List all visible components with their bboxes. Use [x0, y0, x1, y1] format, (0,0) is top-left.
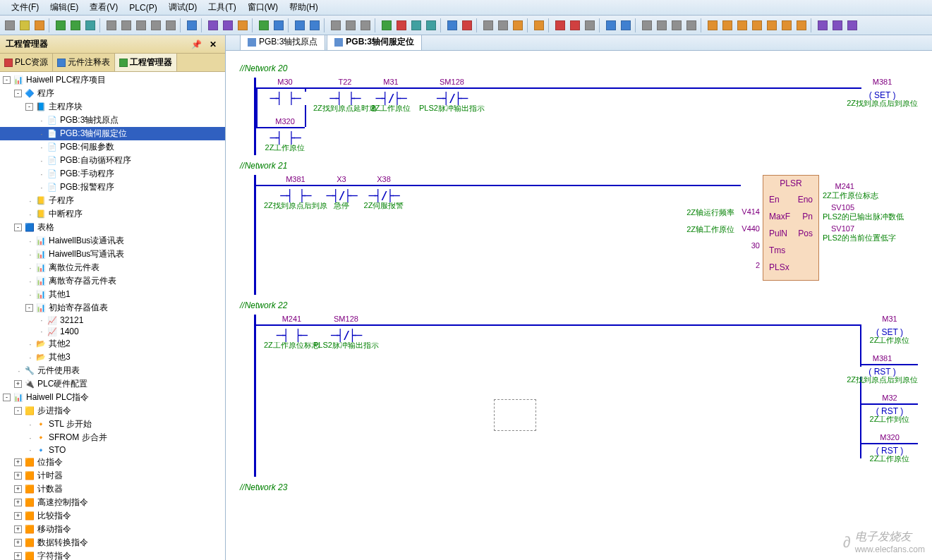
ladder-editor[interactable]: //Network 20 M30 ─┤ ├─ T22 ─┤ ├─ 2Z找到原点延… — [226, 51, 932, 560]
tool-m5-icon[interactable] — [765, 18, 779, 32]
tool-cut-icon[interactable] — [329, 18, 343, 32]
tool-doc1-icon[interactable] — [104, 18, 119, 32]
tool-undo-icon[interactable] — [293, 18, 307, 32]
tool-m1-icon[interactable] — [706, 18, 720, 32]
tool-new-icon[interactable] — [3, 18, 17, 32]
tool-close-icon[interactable] — [32, 18, 47, 32]
tree-node[interactable]: ·📊离散位元件表 — [0, 261, 225, 274]
tool-m6-icon[interactable] — [780, 18, 794, 32]
tool-monitor-icon[interactable] — [409, 18, 423, 32]
tree-node[interactable]: ·📈32121 — [0, 315, 225, 326]
tree-toggle-icon[interactable]: + — [14, 499, 22, 506]
tool-doc2-icon[interactable] — [119, 18, 133, 32]
tool-coil-icon[interactable] — [496, 18, 510, 32]
tree-node[interactable]: +🟧高速控制指令 — [0, 496, 225, 509]
tree-node[interactable]: ·🔸STL 步开始 — [0, 418, 225, 431]
tool-l3-icon[interactable] — [670, 18, 684, 32]
tool-h1-icon[interactable] — [816, 18, 830, 32]
tool-m4-icon[interactable] — [750, 18, 764, 32]
tree-node[interactable]: ·📄PGB:报警程序 — [0, 181, 225, 194]
tree-node[interactable]: +🟧字符指令 — [0, 549, 225, 560]
tree-toggle-icon[interactable]: + — [14, 458, 22, 466]
panel-pin-icon[interactable]: 📌 — [188, 39, 205, 49]
rung-20[interactable]: M30 ─┤ ├─ T22 ─┤ ├─ 2Z找到原点延时通 M31 ─┤/├─ … — [254, 78, 932, 155]
project-tree[interactable]: -📊Haiwell PLC程序项目-🔷程序-📘主程序块·📄PGB:3轴找原点·📄… — [0, 72, 225, 560]
tool-l2-icon[interactable] — [655, 18, 669, 32]
tool-sto-icon[interactable] — [619, 18, 633, 32]
tree-node[interactable]: +🟧移动指令 — [0, 523, 225, 536]
tree-node[interactable]: ·📊HaiwellBus写通讯表 — [0, 248, 225, 261]
tool-config-icon[interactable] — [236, 18, 250, 32]
menu-edit[interactable]: 编辑(E) — [44, 0, 84, 15]
tool-l1-icon[interactable] — [640, 18, 654, 32]
tree-node[interactable]: -🟦表格 — [0, 221, 225, 234]
tool-saveall-icon[interactable] — [68, 18, 83, 32]
menu-debug[interactable]: 调试(D) — [163, 0, 203, 15]
menu-tools[interactable]: 工具(T) — [202, 0, 241, 15]
tree-toggle-icon[interactable]: - — [14, 90, 22, 97]
tree-node[interactable]: -📘主程序块 — [0, 100, 225, 114]
tree-toggle-icon[interactable]: + — [14, 525, 22, 533]
panel-tab-comment[interactable]: 元件注释表 — [53, 54, 115, 71]
tool-watch-icon[interactable] — [424, 18, 438, 32]
tool-stl-icon[interactable] — [604, 18, 618, 32]
menu-plc[interactable]: PLC(P) — [123, 1, 162, 14]
tool-unlink-icon[interactable] — [221, 18, 235, 32]
tool-check-icon[interactable] — [257, 18, 271, 32]
tree-toggle-icon[interactable]: + — [14, 380, 22, 388]
tool-link-icon[interactable] — [206, 18, 220, 32]
tree-node[interactable]: ·📈1400 — [0, 326, 225, 337]
rung-22[interactable]: M241 ─┤ ├─ 2Z工作原位标志 SM128 ─┤/├─ PLS2脉冲输出… — [254, 315, 932, 477]
tool-step-icon[interactable] — [445, 18, 459, 32]
tool-print-icon[interactable] — [83, 18, 97, 32]
tree-node[interactable]: ·📒子程序 — [0, 194, 225, 207]
tree-toggle-icon[interactable]: - — [25, 304, 33, 312]
menu-view[interactable]: 查看(V) — [84, 0, 123, 15]
panel-tab-plc-resource[interactable]: PLC资源 — [0, 54, 53, 71]
menu-help[interactable]: 帮助(H) — [284, 0, 324, 15]
tool-doc3-icon[interactable] — [134, 18, 148, 32]
tree-node[interactable]: +🟧计数器 — [0, 482, 225, 496]
tool-download-icon[interactable] — [185, 18, 199, 32]
plsr-block[interactable]: PLSR EnEno MaxFPn PulNPos Tms PLSx — [763, 175, 819, 281]
tree-toggle-icon[interactable]: + — [14, 552, 22, 560]
tree-node[interactable]: ·📒中断程序 — [0, 207, 225, 221]
tree-node[interactable]: ·📄PGB:伺服参数 — [0, 140, 225, 154]
tree-node[interactable]: ·📄PGB:自动循环程序 — [0, 154, 225, 167]
menu-window[interactable]: 窗口(W) — [242, 0, 284, 15]
tree-node[interactable]: +🟧位指令 — [0, 456, 225, 469]
tool-h2-icon[interactable] — [830, 18, 845, 32]
tool-break-icon[interactable] — [460, 18, 474, 32]
tree-node[interactable]: -📊Haiwell PLC指令 — [0, 391, 225, 404]
tool-x2-icon[interactable] — [568, 18, 582, 32]
tree-node[interactable]: -📊初始寄存器值表 — [0, 301, 225, 315]
tree-node[interactable]: ·📄PGB:3轴找原点 — [0, 114, 225, 127]
tool-find-icon[interactable] — [272, 18, 286, 32]
panel-close-icon[interactable]: ✕ — [207, 39, 219, 49]
tree-node[interactable]: ·📂其他2 — [0, 337, 225, 351]
editor-tab-0[interactable]: PGB:3轴找原点 — [240, 35, 325, 50]
tree-node[interactable]: ·📊其他1 — [0, 288, 225, 301]
panel-tab-project-manager[interactable]: 工程管理器 — [115, 54, 177, 71]
tree-node[interactable]: +🟧计时器 — [0, 469, 225, 482]
tool-h3-icon[interactable] — [845, 18, 859, 32]
tool-contact-icon[interactable] — [481, 18, 495, 32]
tree-node[interactable]: ·📄PGB:手动程序 — [0, 167, 225, 181]
tree-toggle-icon[interactable]: - — [14, 407, 22, 415]
menu-file[interactable]: 文件(F) — [6, 0, 44, 15]
tool-l4-icon[interactable] — [684, 18, 698, 32]
tree-node[interactable]: -📊Haiwell PLC程序项目 — [0, 73, 225, 87]
editor-tab-1[interactable]: PGB:3轴伺服定位 — [327, 35, 422, 50]
tool-x3-icon[interactable] — [583, 18, 597, 32]
tool-m3-icon[interactable] — [735, 18, 749, 32]
rung-21[interactable]: M381 ─┤ ├─ 2Z找到原点后到原 X3 ─┤/├─ 急停 X38 ─┤/… — [254, 175, 932, 295]
tool-doc4-icon[interactable] — [149, 18, 163, 32]
tool-redo-icon[interactable] — [308, 18, 322, 32]
tree-node[interactable]: +🟧比较指令 — [0, 509, 225, 523]
tool-save-icon[interactable] — [54, 18, 68, 32]
tree-node[interactable]: ·📊HaiwellBus读通讯表 — [0, 234, 225, 248]
tool-stop-icon[interactable] — [394, 18, 408, 32]
tree-node[interactable]: ·🔧元件使用表 — [0, 364, 225, 377]
tool-doc5-icon[interactable] — [164, 18, 178, 32]
tool-x1-icon[interactable] — [553, 18, 567, 32]
